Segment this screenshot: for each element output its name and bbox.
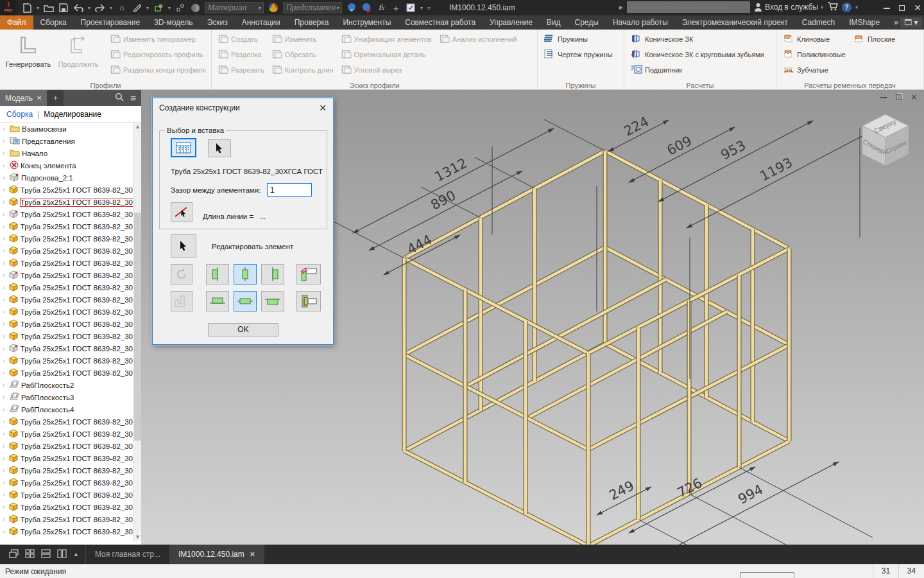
tree-item-4[interactable]: ›Подоснова_2:1 xyxy=(0,171,133,184)
expand-icon[interactable]: › xyxy=(3,504,7,511)
rotate-button[interactable] xyxy=(171,264,193,285)
expand-icon[interactable]: › xyxy=(3,394,8,401)
doc-minimize-button[interactable] xyxy=(880,96,887,98)
tile-horizontal-icon[interactable] xyxy=(41,549,51,560)
ribbon-tab-12[interactable]: Начало работы xyxy=(606,15,675,30)
tree-item-33[interactable]: ›Труба 25x25x1 ГОСТ 8639-82_30 xyxy=(0,525,133,538)
component-icon[interactable] xyxy=(153,3,164,13)
ribbon-tab-1[interactable]: Сборка xyxy=(33,15,74,30)
sign-in-button[interactable]: Вход в службы▾ xyxy=(754,3,823,12)
gap-input[interactable] xyxy=(267,183,312,197)
ribbon-button-corner-cut[interactable]: Угловой вырез xyxy=(339,63,434,77)
ribbon-button-spring-drawing[interactable]: Чертеж пружины xyxy=(542,48,615,62)
expand-icon[interactable]: › xyxy=(3,406,8,413)
cart-icon[interactable] xyxy=(827,1,838,13)
ribbon-tab-overflow[interactable]: » 🗖 ▾ xyxy=(887,15,924,30)
cascade-windows-icon[interactable] xyxy=(9,549,19,560)
align-center-vertical-button[interactable] xyxy=(234,264,257,285)
expand-icon[interactable]: › xyxy=(3,284,7,291)
align-left-button[interactable] xyxy=(206,264,229,285)
tree-item-14[interactable]: ›Труба 25x25x1 ГОСТ 8639-82_30 xyxy=(0,293,133,306)
tree-item-8[interactable]: ›Труба 25x25x1 ГОСТ 8639-82_30 xyxy=(0,220,133,232)
search-expand-icon[interactable]: ▸ xyxy=(619,3,623,12)
browser-tab-close-icon[interactable]: ✕ xyxy=(37,94,42,101)
tree-item-7[interactable]: ›Труба 25x25x1 ГОСТ 8639-82_30 xyxy=(0,208,133,220)
expand-icon[interactable]: › xyxy=(3,272,7,279)
expand-icon[interactable]: › xyxy=(3,381,8,389)
ribbon-button-unify[interactable]: Унификация элементов xyxy=(339,32,434,46)
align-top-button[interactable] xyxy=(206,291,229,311)
ribbon-button-edit-profile[interactable]: Редактировать профиль xyxy=(108,48,209,62)
ribbon-button-toothed-belt[interactable]: Зубчатые xyxy=(780,63,848,77)
tree-item-17[interactable]: ›Труба 25x25x1 ГОСТ 8639-82_30 xyxy=(0,330,133,342)
ribbon-tab-3[interactable]: 3D-модель xyxy=(147,15,200,30)
help-caret-icon[interactable]: ▾ xyxy=(855,4,858,10)
dialog-close-icon[interactable]: ✕ xyxy=(319,103,327,113)
ribbon-button-length-check[interactable]: Контроль длин xyxy=(270,63,336,77)
expand-icon[interactable]: › xyxy=(3,198,7,206)
expand-icon[interactable]: › xyxy=(3,162,8,169)
expand-icon[interactable]: › xyxy=(3,308,7,315)
measure-line-button[interactable] xyxy=(171,202,193,222)
remove-sphere-icon[interactable] xyxy=(361,3,372,13)
ribbon-button-split[interactable]: Разрезать xyxy=(216,63,267,77)
tree-item-9[interactable]: ›Труба 25x25x1 ГОСТ 8639-82_30 xyxy=(0,232,133,245)
tree-item-24[interactable]: ›Труба 25x25x1 ГОСТ 8639-82_30 xyxy=(0,416,133,428)
browser-add-tab-button[interactable]: + xyxy=(47,90,64,106)
redo-icon[interactable] xyxy=(95,3,105,13)
tree-item-5[interactable]: ›Труба 25x25x1 ГОСТ 8639-82_30 xyxy=(0,184,133,196)
doc-close-button[interactable]: ✕ xyxy=(911,92,918,102)
expand-icon[interactable]: › xyxy=(3,442,7,450)
align-center-horizontal-button[interactable] xyxy=(234,291,257,311)
tree-item-29[interactable]: ›Труба 25x25x1 ГОСТ 8639-82_30 xyxy=(0,477,133,489)
browser-vertical-scrollbar[interactable]: ▲ ▼ xyxy=(133,123,141,541)
select-element-button[interactable] xyxy=(208,139,231,157)
ribbon-button-original-part[interactable]: Оригинальная деталь xyxy=(339,48,434,62)
ribbon-tab-10[interactable]: Вид xyxy=(540,15,568,30)
tree-item-25[interactable]: ›Труба 25x25x1 ГОСТ 8639-82_30 xyxy=(0,428,133,440)
tree-item-27[interactable]: ›Труба 25x25x1 ГОСТ 8639-82_30 xyxy=(0,452,133,464)
expand-icon[interactable]: › xyxy=(3,418,7,425)
tree-item-15[interactable]: ›Труба 25x25x1 ГОСТ 8639-82_30 xyxy=(0,306,133,318)
doc-restore-button[interactable] xyxy=(896,94,902,100)
save-icon[interactable] xyxy=(58,3,69,13)
expand-icon[interactable]: › xyxy=(3,235,7,242)
tree-item-32[interactable]: ›Труба 25x25x1 ГОСТ 8639-82_30 xyxy=(0,513,133,525)
ribbon-button-analysis[interactable]: Анализ исполнений xyxy=(437,32,520,46)
tile-windows-icon[interactable] xyxy=(25,549,35,560)
doc-options-icon[interactable] xyxy=(406,3,416,13)
tree-item-20[interactable]: ›Труба 25x25x1 ГОСТ 8639-82_30 xyxy=(0,367,133,379)
edit-element-button[interactable] xyxy=(171,234,196,258)
expand-icon[interactable]: › xyxy=(3,247,7,254)
ribbon-tab-2[interactable]: Проектирование xyxy=(74,15,148,30)
align-bottom-button[interactable] xyxy=(261,291,284,311)
ribbon-tab-0[interactable]: Файл xyxy=(0,15,33,30)
redo-caret-icon[interactable]: ▾ xyxy=(110,5,112,11)
butt-join-button[interactable] xyxy=(296,291,321,311)
qat-overflow-icon[interactable]: ▿ xyxy=(427,4,431,12)
expand-icon[interactable]: › xyxy=(3,345,7,352)
expand-icon[interactable]: › xyxy=(3,430,7,437)
ok-button[interactable]: OK xyxy=(208,323,278,337)
material-dropdown[interactable]: Материал▾ xyxy=(205,2,264,13)
expand-icon[interactable]: › xyxy=(3,528,7,535)
joint-icon[interactable] xyxy=(175,3,185,13)
expand-icon[interactable]: › xyxy=(3,491,7,498)
expand-icon[interactable]: › xyxy=(3,467,7,474)
browser-menu-icon[interactable]: ≡ xyxy=(130,92,136,103)
profile-pair-button[interactable] xyxy=(171,291,193,311)
tree-item-10[interactable]: ›Труба 25x25x1 ГОСТ 8639-82_30 xyxy=(0,245,133,257)
new-file-icon[interactable] xyxy=(22,3,32,13)
expand-icon[interactable]: › xyxy=(3,479,7,486)
expand-icon[interactable]: › xyxy=(3,174,8,181)
help-search-input[interactable] xyxy=(627,1,750,13)
home-icon[interactable]: ⌂ xyxy=(117,3,127,13)
expand-icon[interactable]: › xyxy=(3,333,7,340)
color-sphere-icon[interactable] xyxy=(268,3,278,13)
align-right-button[interactable] xyxy=(261,264,284,285)
tree-item-12[interactable]: ›Труба 25x25x1 ГОСТ 8639-82_30 xyxy=(0,269,133,281)
open-icon[interactable] xyxy=(44,3,54,13)
tree-item-31[interactable]: ›Труба 25x25x1 ГОСТ 8639-82_30 xyxy=(0,501,133,513)
scrollbar-thumb[interactable] xyxy=(134,213,141,441)
expand-icon[interactable]: › xyxy=(3,186,7,193)
